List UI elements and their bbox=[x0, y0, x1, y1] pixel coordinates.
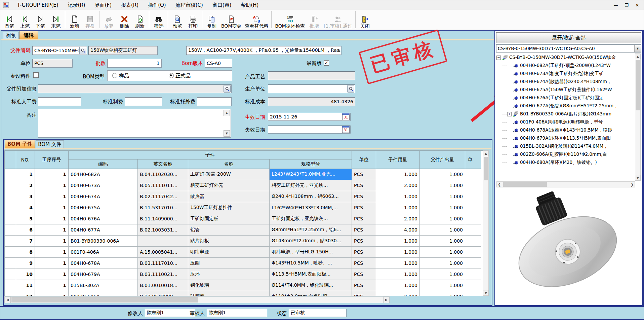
row-seq-cell[interactable]: 1 bbox=[35, 258, 69, 269]
row-no-cell[interactable]: 7 bbox=[16, 236, 35, 247]
row-spec-cell[interactable]: Ø143mm*T2.0mm，贴3030... bbox=[270, 236, 352, 247]
row-extra-cell[interactable] bbox=[465, 213, 481, 224]
row-seq-cell[interactable]: 1 bbox=[35, 236, 69, 247]
row-extra-cell[interactable] bbox=[465, 247, 481, 258]
row-en-cell[interactable]: B.05.1111011... bbox=[138, 180, 188, 191]
row-qty-cell[interactable]: 1.000 bbox=[376, 202, 420, 213]
production-unit-lookup-button[interactable] bbox=[347, 85, 354, 93]
mfg-cost-input[interactable] bbox=[125, 97, 162, 106]
row-spec-cell[interactable]: 相变工矿灯外壳，亚光铁... bbox=[270, 180, 352, 191]
tree-scroll-up-button[interactable]: ▲ bbox=[635, 54, 641, 59]
row-unit-cell[interactable]: PCS bbox=[352, 258, 376, 269]
menu-window[interactable]: 窗口(W) bbox=[208, 0, 236, 10]
tab-edit[interactable]: 编辑 bbox=[19, 31, 38, 39]
row-extra-cell[interactable] bbox=[465, 224, 481, 236]
row-no-cell[interactable]: 12 bbox=[16, 291, 35, 296]
toolbar-button-next[interactable]: 下笔 bbox=[33, 10, 48, 30]
minimize-button[interactable]: — bbox=[611, 1, 621, 9]
table-row[interactable]: 10 1 004H0-679A B.03.1110021... 压环 Φ113.… bbox=[5, 269, 483, 280]
row-unit-cell[interactable]: PCS bbox=[352, 247, 376, 258]
effective-date-input[interactable]: 2015-11-26 bbox=[268, 113, 351, 121]
row-selector-cell[interactable] bbox=[5, 191, 16, 202]
row-parent-qty-cell[interactable]: 1.000 bbox=[420, 224, 465, 236]
table-scroll-left-button[interactable]: ◀ bbox=[4, 296, 11, 303]
row-parent-qty-cell[interactable]: 1.000 bbox=[420, 247, 465, 258]
table-row[interactable]: 1 1 004H0-682A B.04.1102030... 工矿灯-顶盖-20… bbox=[5, 169, 483, 180]
row-seq-cell[interactable]: 1 bbox=[35, 224, 69, 236]
row-qty-cell[interactable]: 1.000 bbox=[376, 280, 420, 291]
expire-date-input[interactable] bbox=[268, 126, 351, 134]
tab-bom-children[interactable]: BOM 子件 bbox=[5, 140, 35, 148]
parent-code-lookup-button[interactable] bbox=[79, 47, 86, 54]
menu-help[interactable]: 帮助(H) bbox=[236, 0, 263, 10]
row-spec-cell[interactable]: Ø240.4*H108mm，铝6063... bbox=[270, 191, 352, 202]
remark-textarea[interactable] bbox=[38, 109, 231, 138]
toolbar-button-first[interactable]: 首笔 bbox=[2, 10, 17, 30]
table-row[interactable]: 7 1 B01-BYB00330-006A 贴片灯板 Ø143mm*T2.0mm… bbox=[5, 236, 483, 247]
row-name-cell[interactable]: 贴片灯板 bbox=[188, 236, 270, 247]
tree-scroll-left-button[interactable]: ❮ bbox=[496, 181, 502, 187]
row-en-cell[interactable]: B.02.1117042... bbox=[138, 191, 188, 202]
effective-date-calendar-button[interactable]: 31 bbox=[342, 113, 350, 120]
tree-item[interactable]: 004H0-682A(工矿灯-顶盖-200W)(L243*W bbox=[496, 62, 635, 70]
labor-cost-input[interactable] bbox=[38, 97, 81, 106]
row-extra-cell[interactable] bbox=[465, 236, 481, 247]
tree-item[interactable]: 004H0-677A(铝管)(Ø8mm*H51*T2.25mm， bbox=[496, 102, 635, 110]
row-selector-cell[interactable] bbox=[5, 224, 16, 236]
menu-interface[interactable]: 界面(F) bbox=[90, 0, 116, 10]
row-extra-cell[interactable] bbox=[465, 258, 481, 269]
bom-type-sample-radio[interactable]: 样品 bbox=[112, 73, 129, 79]
row-seq-cell[interactable]: 1 bbox=[35, 202, 69, 213]
toolbar-button-substitute[interactable]: AB 查看替代料 bbox=[243, 10, 270, 30]
toolbar-button-bom-loop-check[interactable]: 1 BOM循环检查 bbox=[273, 10, 306, 30]
tree-item[interactable]: 004H0-676A(工矿灯固定板)(工矿灯固定 bbox=[496, 94, 635, 102]
row-extra-cell[interactable] bbox=[465, 291, 481, 296]
row-qty-cell[interactable]: 1.000 bbox=[376, 169, 420, 180]
toolbar-button-prev[interactable]: 上笔 bbox=[17, 10, 33, 30]
tree-scroll-down-button[interactable]: ▼ bbox=[635, 175, 641, 181]
row-seq-cell[interactable]: 1 bbox=[35, 180, 69, 191]
table-row[interactable]: 5 1 004H0-676A B.11.1409000... 工矿灯固定板 工矿… bbox=[5, 213, 483, 224]
row-en-cell[interactable] bbox=[138, 236, 188, 247]
row-no-cell[interactable]: 5 bbox=[16, 213, 35, 224]
tree-item[interactable]: 004H0-675A(150W工矿灯悬挂件)(L162*W bbox=[496, 86, 635, 94]
production-unit-input[interactable] bbox=[268, 84, 355, 93]
toolbar-button-discard[interactable]: 放弃 bbox=[101, 10, 117, 30]
row-unit-cell[interactable]: PCS bbox=[352, 202, 376, 213]
toolbar-button-copy[interactable]: 复制 bbox=[204, 10, 219, 30]
row-qty-cell[interactable]: 1.000 bbox=[376, 269, 420, 280]
row-qty-cell[interactable]: 4.000 bbox=[376, 224, 420, 236]
tree-item[interactable]: 001F0-406A(明纬电源)(明纬电源，型号 bbox=[496, 118, 635, 126]
row-seq-cell[interactable]: 1 bbox=[35, 280, 69, 291]
bom-version-input[interactable]: CS-A0 bbox=[205, 59, 232, 68]
toolbar-button-preview[interactable]: 预览 bbox=[170, 10, 185, 30]
bom-version-dropdown[interactable]: CS-BYB-0-150MW-30D71-WCTKG-A0:CS-A0 ▼ bbox=[496, 44, 641, 52]
toolbar-button-filter[interactable]: 筛选 bbox=[151, 10, 166, 30]
row-extra-cell[interactable] bbox=[465, 280, 481, 291]
toolbar-button-approve-pass[interactable]: [1.审核].通过 bbox=[322, 10, 354, 30]
tree-item[interactable]: 004H0-673A(相变工矿灯外壳)(相变工矿 bbox=[496, 70, 635, 78]
row-code-cell[interactable]: 004H0-679A bbox=[69, 269, 138, 280]
row-seq-cell[interactable]: 1 bbox=[35, 269, 69, 280]
row-parent-qty-cell[interactable]: 1.000 bbox=[420, 169, 465, 180]
row-name-cell[interactable]: 压环 bbox=[188, 269, 270, 280]
row-qty-cell[interactable]: 2.000 bbox=[376, 291, 420, 296]
toolbar-button-last[interactable]: 末笔 bbox=[48, 10, 64, 30]
table-row[interactable]: 8 1 001F0-406A A.15.0005041... 明纬电源 明纬电源… bbox=[5, 247, 483, 258]
row-seq-cell[interactable]: 1 bbox=[35, 247, 69, 258]
row-spec-cell[interactable]: Φ110*Φ2.0mm,白色硅胶... bbox=[270, 291, 352, 296]
row-code-cell[interactable]: 004H0-675A bbox=[69, 202, 138, 213]
tree-item[interactable]: 002Z0-606A(硅胶圈)(Φ110*Φ2.0mm,白 bbox=[496, 150, 635, 158]
toolbar-button-refresh[interactable]: 刷新 bbox=[132, 10, 148, 30]
table-row[interactable]: 3 1 004H0-674A B.02.1117042... 散热器 Ø240.… bbox=[5, 191, 483, 202]
row-qty-cell[interactable]: 1.000 bbox=[376, 258, 420, 269]
row-parent-qty-cell[interactable]: 1.000 bbox=[420, 191, 465, 202]
row-selector-cell[interactable] bbox=[5, 291, 16, 296]
tree-item[interactable]: 004H0-674A(散热器)(Ø240.4*H108mm， bbox=[496, 78, 635, 86]
row-name-cell[interactable]: 硅胶圈 bbox=[188, 291, 270, 296]
row-name-cell[interactable]: 工矿灯-顶盖-200W bbox=[188, 169, 270, 180]
table-row[interactable]: 2 1 004H0-673A B.05.1111011... 相变工矿灯外壳 相… bbox=[5, 180, 483, 191]
row-extra-cell[interactable] bbox=[465, 202, 481, 213]
table-vscroll-thumb[interactable] bbox=[484, 157, 488, 180]
row-spec-cell[interactable]: Φ143*H10.5MM，喷砂、... bbox=[270, 258, 352, 269]
